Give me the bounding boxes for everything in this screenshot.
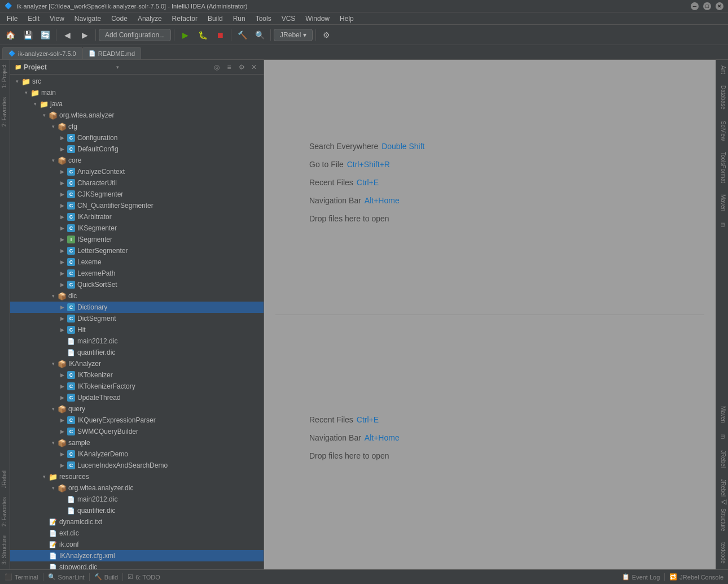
tree-item[interactable]: ▾📦query bbox=[10, 403, 264, 415]
tree-item[interactable]: ▶IISegmenter bbox=[10, 234, 264, 245]
menu-item-navigate[interactable]: Navigate bbox=[70, 14, 106, 24]
left-strip-structure[interactable]: 3: Structure bbox=[0, 531, 10, 569]
tree-arrow[interactable] bbox=[58, 348, 67, 357]
tree-arrow[interactable]: ▾ bbox=[49, 438, 58, 447]
tree-item[interactable]: ▶CIKSegmenter bbox=[10, 223, 264, 234]
tree-arrow[interactable]: ▾ bbox=[49, 404, 58, 413]
tree-arrow[interactable]: ▶ bbox=[58, 269, 67, 278]
tree-arrow[interactable]: ▶ bbox=[58, 461, 67, 470]
right-strip-collapse[interactable]: ◁ bbox=[719, 497, 728, 506]
tree-arrow[interactable]: ▾ bbox=[12, 77, 21, 86]
tree-arrow[interactable]: ▾ bbox=[40, 472, 49, 481]
tree-item[interactable]: ▶CIKAnalyzerDemo bbox=[10, 448, 264, 460]
tree-item[interactable]: 📝ik.conf bbox=[10, 539, 264, 550]
tree-item[interactable]: ▶CDefaultConfig bbox=[10, 143, 264, 155]
tree-item[interactable]: ▾📦org.wltea.analyzer bbox=[10, 110, 264, 121]
tree-arrow[interactable]: ▶ bbox=[58, 371, 67, 380]
tree-arrow[interactable]: ▶ bbox=[58, 224, 67, 233]
tree-item[interactable]: ▶CDictSegment bbox=[10, 313, 264, 324]
tree-item[interactable]: ▶CQuickSortSet bbox=[10, 279, 264, 290]
tree-arrow[interactable]: ▾ bbox=[49, 359, 58, 368]
status-todo[interactable]: ☑ 6: TODO bbox=[128, 573, 160, 581]
minimize-button[interactable]: ─ bbox=[691, 2, 699, 10]
tree-item[interactable]: 📄main2012.dic bbox=[10, 335, 264, 347]
toolbar-sync-btn[interactable]: 🔄 bbox=[37, 27, 53, 43]
tree-item[interactable]: ▶CCN_QuantifierSegmenter bbox=[10, 200, 264, 211]
tab-readme[interactable]: 📄 README.md bbox=[82, 47, 141, 59]
right-strip-maven[interactable]: Maven bbox=[716, 189, 728, 217]
tree-item[interactable]: ▶CLuceneIndexAndSearchDemo bbox=[10, 460, 264, 471]
right-strip-m1[interactable]: m bbox=[716, 217, 728, 233]
tree-item[interactable]: ▾📦core bbox=[10, 155, 264, 166]
tree-arrow[interactable]: ▾ bbox=[40, 111, 49, 120]
tree-item[interactable]: ▶CIKQueryExpressionParser bbox=[10, 415, 264, 426]
menu-item-vcs[interactable]: VCS bbox=[277, 14, 300, 24]
tree-item[interactable]: ▶CDictionary bbox=[10, 302, 264, 313]
left-strip-favorites[interactable]: 2: Favorites bbox=[0, 93, 10, 131]
toolbar-run-btn[interactable]: ▶ bbox=[177, 27, 193, 43]
tree-item[interactable]: 📄main2012.dic bbox=[10, 494, 264, 505]
tree-arrow[interactable]: ▾ bbox=[49, 483, 58, 493]
left-strip-jrebel[interactable]: JRebel bbox=[0, 466, 10, 493]
tree-item[interactable]: ▶CCJKSegmenter bbox=[10, 189, 264, 200]
tree-arrow[interactable]: ▶ bbox=[58, 201, 67, 210]
left-strip-project[interactable]: 1: Project bbox=[0, 60, 10, 93]
tree-item[interactable]: ▾📦IKAnalyzer bbox=[10, 358, 264, 369]
toolbar-forward-btn[interactable]: ▶ bbox=[77, 27, 93, 43]
tree-arrow[interactable]: ▶ bbox=[58, 393, 67, 402]
tree-arrow[interactable]: ▶ bbox=[58, 190, 67, 199]
tree-arrow[interactable]: ▶ bbox=[58, 235, 67, 244]
toolbar-back-btn[interactable]: ◀ bbox=[59, 27, 75, 43]
tree-arrow[interactable]: ▾ bbox=[30, 99, 40, 108]
tree-item[interactable]: ▾📁java bbox=[10, 98, 264, 110]
tree-item[interactable]: ▾📁src bbox=[10, 76, 264, 87]
tree-item[interactable]: 📝dynamicdic.txt bbox=[10, 516, 264, 528]
tree-arrow[interactable]: ▶ bbox=[58, 416, 67, 425]
tree-arrow[interactable] bbox=[40, 517, 49, 526]
collapse-icon[interactable]: ≡ bbox=[224, 62, 234, 72]
toolbar-save-btn[interactable]: 💾 bbox=[20, 27, 36, 43]
editor-area[interactable]: Search Everywhere Double Shift Go to Fil… bbox=[264, 60, 716, 569]
tree-arrow[interactable]: ▶ bbox=[58, 145, 67, 154]
tree-arrow[interactable]: ▶ bbox=[58, 212, 67, 221]
tree-item[interactable]: ▶CIKTokenizerFactory bbox=[10, 381, 264, 392]
right-strip-database[interactable]: Database bbox=[716, 80, 728, 115]
tree-item[interactable]: ▾📦cfg bbox=[10, 121, 264, 132]
tree-item[interactable]: ▶CIKTokenizer bbox=[10, 369, 264, 381]
menu-item-window[interactable]: Window bbox=[301, 14, 334, 24]
tree-item[interactable]: ▶CUpdateThread bbox=[10, 392, 264, 403]
right-strip-toolsformat[interactable]: ToolsFormat bbox=[716, 146, 728, 189]
toolbar-search-btn[interactable]: 🔍 bbox=[252, 27, 267, 43]
right-strip-maven2[interactable]: Maven bbox=[716, 400, 728, 429]
menu-item-refactor[interactable]: Refactor bbox=[168, 14, 202, 24]
tree-item[interactable]: 📄IKAnalyzer.cfg.xml bbox=[10, 550, 264, 561]
tree-arrow[interactable] bbox=[40, 540, 49, 549]
tree-arrow[interactable]: ▶ bbox=[58, 382, 67, 391]
tree-arrow[interactable]: ▶ bbox=[58, 450, 67, 459]
menu-item-help[interactable]: Help bbox=[335, 14, 358, 24]
menu-item-edit[interactable]: Edit bbox=[23, 14, 44, 24]
right-strip-structure[interactable]: Structure bbox=[716, 503, 728, 537]
left-strip-favorites2[interactable]: 2: Favorites bbox=[0, 493, 10, 531]
close-panel-icon[interactable]: ✕ bbox=[249, 62, 259, 72]
tree-arrow[interactable] bbox=[40, 529, 49, 538]
tree-arrow[interactable]: ▾ bbox=[49, 122, 58, 131]
tree-arrow[interactable] bbox=[40, 551, 49, 560]
tree-item[interactable]: 📄quantifier.dic bbox=[10, 347, 264, 358]
tree-arrow[interactable]: ▾ bbox=[49, 156, 58, 165]
right-strip-ant[interactable]: Ant bbox=[716, 60, 728, 80]
toolbar-build-btn[interactable]: 🔨 bbox=[234, 27, 250, 43]
tree-item[interactable]: ▾📦dic bbox=[10, 290, 264, 302]
tree-arrow[interactable]: ▾ bbox=[21, 88, 30, 97]
toolbar-debug-btn[interactable]: 🐛 bbox=[195, 27, 210, 43]
right-strip-sciview[interactable]: SciView bbox=[716, 115, 728, 146]
tree-arrow[interactable] bbox=[58, 495, 67, 504]
status-event-log[interactable]: 📋 Event Log bbox=[622, 573, 660, 581]
tree-arrow[interactable]: ▶ bbox=[58, 258, 67, 267]
menu-item-tools[interactable]: Tools bbox=[251, 14, 276, 24]
tree-item[interactable]: ▶CAnalyzeContext bbox=[10, 166, 264, 177]
tree-arrow[interactable]: ▶ bbox=[58, 167, 67, 176]
tree-item[interactable]: 📄ext.dic bbox=[10, 528, 264, 539]
tree-arrow[interactable]: ▶ bbox=[58, 280, 67, 289]
toolbar-stop-btn[interactable]: ⏹ bbox=[212, 27, 228, 43]
